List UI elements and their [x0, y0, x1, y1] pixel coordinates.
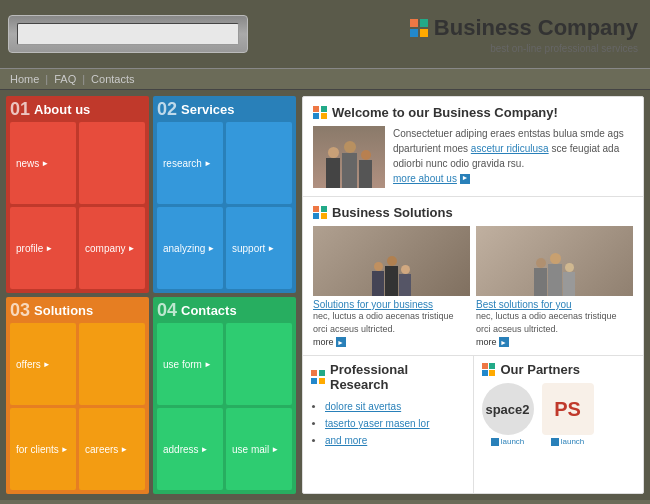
brand-icon-q1 [410, 19, 418, 27]
welcome-body: Consectetuer adiping eraes entstas bulua… [313, 126, 633, 188]
research-link-3[interactable]: and more [325, 435, 367, 446]
p3 [563, 263, 575, 296]
menu-item-news[interactable]: news ► [10, 122, 76, 204]
footer: Copyright 2005 © Business Company. All r… [0, 500, 650, 504]
partners-section: Our Partners space2 launch [474, 356, 644, 493]
biz-photo-2-caption[interactable]: Best solutions for you [476, 299, 633, 310]
research-item-2: taserto yaser masen lor [325, 415, 465, 432]
research-item-1: dolore sit avertas [325, 398, 465, 415]
welcome-photo [313, 126, 385, 188]
biz-photo-2-text: nec, luctus a odio aecenas tristique orc… [476, 310, 633, 335]
business-solutions-section: Business Solutions Solutions for your bu… [303, 197, 643, 356]
section-contacts-num: 04 [157, 301, 177, 319]
partners-header: Our Partners [482, 362, 636, 377]
icon-q2 [319, 370, 325, 376]
partner-1-block: space2 launch [482, 383, 534, 446]
arrow-icon: ► [45, 244, 53, 253]
nav-contacts[interactable]: Contacts [91, 73, 134, 85]
research-heading: Professional Research [330, 362, 465, 392]
pb [563, 272, 575, 296]
biz-photo-2-block: Best solutions for you nec, luctus a odi… [476, 226, 633, 347]
header: Business Company best on-line profession… [0, 0, 650, 68]
icon-q1 [311, 370, 317, 376]
p1 [534, 258, 547, 296]
right-content-panel: Welcome to our Business Company! [302, 96, 644, 494]
welcome-photo-people [313, 141, 385, 188]
menu-item-forclients[interactable]: for clients ► [10, 408, 76, 490]
biz-photo-2-more[interactable]: more ► [476, 337, 509, 347]
menu-item-support[interactable]: support ► [226, 207, 292, 289]
navbar: Home | FAQ | Contacts [0, 68, 650, 90]
partner-2-logo[interactable]: PS [542, 383, 594, 435]
arrow-icon: ► [43, 360, 51, 369]
partner-1-logo[interactable]: space2 [482, 383, 534, 435]
partner-2-launch: launch [551, 437, 585, 446]
menu-item-empty-4 [226, 323, 292, 405]
partner-2-name: PS [554, 398, 581, 421]
section-about-title: About us [34, 102, 90, 117]
ph [550, 253, 561, 264]
menu-item-research[interactable]: research ► [157, 122, 223, 204]
icon-q2 [489, 363, 495, 369]
icon-q2 [321, 106, 327, 112]
research-link-2[interactable]: taserto yaser masen lor [325, 418, 430, 429]
partners-section-icon [482, 363, 496, 377]
p2 [548, 253, 562, 296]
person-head [328, 147, 339, 158]
main-content: 01 About us news ► profile ► company ► 0… [0, 90, 650, 500]
ph [374, 262, 383, 271]
nav-home[interactable]: Home [10, 73, 39, 85]
research-link-1[interactable]: dolore sit avertas [325, 401, 401, 412]
person-head [361, 150, 371, 160]
icon-q4 [321, 213, 327, 219]
more-arrow-icon: ► [499, 337, 509, 347]
section-about-items: news ► profile ► company ► [10, 122, 145, 289]
menu-section-solutions: 03 Solutions offers ► for clients ► care… [6, 297, 149, 494]
more-arrow-icon: ► [460, 174, 470, 184]
icon-q3 [311, 378, 317, 384]
nav-sep-1: | [45, 73, 48, 85]
biz-section-icon [313, 206, 327, 220]
pb [534, 268, 547, 296]
welcome-more-link[interactable]: more about us ► [393, 171, 470, 186]
menu-item-offers[interactable]: offers ► [10, 323, 76, 405]
section-solutions-header: 03 Solutions [10, 301, 145, 319]
nav-sep-2: | [82, 73, 85, 85]
biz-photo-1-caption[interactable]: Solutions for your business [313, 299, 470, 310]
section-solutions-num: 03 [10, 301, 30, 319]
person-head [344, 141, 356, 153]
p2 [385, 256, 398, 296]
welcome-section-icon [313, 106, 327, 120]
icon-q3 [313, 113, 319, 119]
biz-photo-1-more[interactable]: more ► [313, 337, 346, 347]
menu-item-address[interactable]: address ► [157, 408, 223, 490]
icon-q3 [313, 213, 319, 219]
nav-faq[interactable]: FAQ [54, 73, 76, 85]
welcome-header: Welcome to our Business Company! [313, 105, 633, 120]
menu-item-analyzing[interactable]: analyzing ► [157, 207, 223, 289]
menu-item-profile[interactable]: profile ► [10, 207, 76, 289]
brand-icon [410, 19, 428, 37]
partners-logos: space2 launch PS launch [482, 383, 636, 446]
menu-item-careers[interactable]: careers ► [79, 408, 145, 490]
biz-people-1 [313, 256, 470, 296]
menu-section-services: 02 Services research ► analyzing ► suppo… [153, 96, 296, 293]
launch-icon-2 [551, 438, 559, 446]
welcome-heading: Welcome to our Business Company! [332, 105, 558, 120]
arrow-icon: ► [204, 360, 212, 369]
ph [536, 258, 546, 268]
research-list: dolore sit avertas taserto yaser masen l… [311, 398, 465, 449]
biz-solutions-header: Business Solutions [313, 205, 633, 220]
partner-1-launch: launch [491, 437, 525, 446]
menu-item-useform[interactable]: use form ► [157, 323, 223, 405]
section-solutions-title: Solutions [34, 303, 93, 318]
welcome-link[interactable]: ascetur ridiculusa [471, 143, 549, 154]
arrow-icon: ► [271, 445, 279, 454]
arrow-icon: ► [201, 445, 209, 454]
biz-photo-2 [476, 226, 633, 296]
search-input[interactable] [17, 23, 239, 45]
research-header: Professional Research [311, 362, 465, 392]
menu-item-company[interactable]: company ► [79, 207, 145, 289]
menu-item-usemail[interactable]: use mail ► [226, 408, 292, 490]
company-name: Business Company [410, 15, 638, 41]
